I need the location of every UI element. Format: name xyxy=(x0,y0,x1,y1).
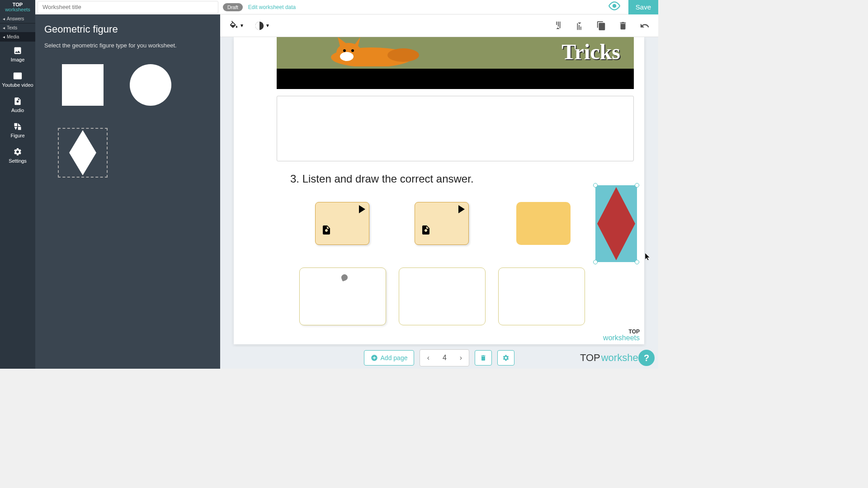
add-page-button[interactable]: Add page xyxy=(364,350,415,366)
color-card[interactable] xyxy=(516,202,571,245)
trash-icon xyxy=(618,21,628,31)
duplicate-button[interactable] xyxy=(594,19,608,33)
app-header: TOP worksheets Draft Edit worksheet data… xyxy=(0,0,658,14)
text-box[interactable] xyxy=(277,96,634,161)
canvas-viewport[interactable]: Tricks 3. Listen and draw the correct an… xyxy=(220,37,658,369)
save-button[interactable]: Save xyxy=(628,0,658,14)
diamond-shape xyxy=(597,187,635,260)
audio-icon xyxy=(13,97,22,106)
answer-box-3[interactable] xyxy=(498,267,585,325)
youtube-icon xyxy=(13,71,22,80)
svg-point-4 xyxy=(340,52,354,61)
prev-page-button[interactable]: ‹ xyxy=(420,350,436,366)
page-number: 4 xyxy=(436,354,453,362)
shape-options xyxy=(44,60,211,178)
sidebar-tool-figure[interactable]: Figure xyxy=(0,117,35,143)
logo-bottom: worksheets xyxy=(5,7,30,12)
draft-badge: Draft xyxy=(223,3,243,11)
trash-icon xyxy=(480,354,487,361)
play-icon xyxy=(359,205,365,213)
sidebar-item-answers[interactable]: ◂ Answers xyxy=(0,14,35,23)
edit-worksheet-link[interactable]: Edit worksheet data xyxy=(248,4,296,10)
page-controls: Add page ‹ 4 › TOPworksheets xyxy=(220,347,658,369)
undo-icon xyxy=(640,21,650,31)
page-navigator: ‹ 4 › xyxy=(420,349,469,366)
fox-illustration xyxy=(322,37,421,66)
sidebar-tool-youtube[interactable]: Youtube video xyxy=(0,67,35,92)
panel-description: Select the geometric figure type for you… xyxy=(44,42,211,49)
tool-sidebar: ◂ Answers ◂ Texts ◂ Media Image Youtube … xyxy=(0,14,35,369)
delete-element-button[interactable] xyxy=(616,19,630,33)
bring-forward-button[interactable] xyxy=(551,19,565,33)
gear-icon xyxy=(13,147,22,156)
fill-color-button[interactable]: ▼ xyxy=(227,19,246,33)
page-settings-button[interactable] xyxy=(497,350,514,366)
plus-circle-icon xyxy=(371,354,378,361)
resize-handle-tr[interactable] xyxy=(635,183,639,188)
shape-option-circle[interactable] xyxy=(126,60,175,110)
image-icon xyxy=(13,46,22,55)
send-backward-button[interactable] xyxy=(573,19,586,33)
question-text[interactable]: 3. Listen and draw the correct answer. xyxy=(290,173,474,185)
sidebar-item-media[interactable]: ◂ Media xyxy=(0,33,35,42)
shape-option-square[interactable] xyxy=(58,60,108,110)
preview-icon[interactable] xyxy=(609,0,620,14)
answer-box-2[interactable] xyxy=(399,267,486,325)
banner-title: Tricks xyxy=(561,39,620,64)
sidebar-tool-audio[interactable]: Audio xyxy=(0,92,35,117)
paint-bucket-icon xyxy=(229,21,239,31)
panel-title: Geometric figure xyxy=(44,23,211,35)
resize-handle-br[interactable] xyxy=(635,260,639,264)
sidebar-tool-settings[interactable]: Settings xyxy=(0,143,35,168)
undo-button[interactable] xyxy=(638,19,651,33)
svg-point-6 xyxy=(351,49,354,52)
logo-top: TOP xyxy=(13,2,23,7)
opacity-button[interactable]: ▼ xyxy=(253,19,272,33)
audio-card-2[interactable] xyxy=(415,202,469,245)
resize-handle-bl[interactable] xyxy=(593,260,598,264)
worksheet-title-input[interactable] xyxy=(38,1,218,14)
selected-diamond-figure[interactable] xyxy=(595,185,637,262)
layer-down-icon xyxy=(575,21,585,31)
banner-image[interactable]: Tricks xyxy=(277,37,634,89)
svg-point-5 xyxy=(343,49,346,52)
mouse-cursor xyxy=(645,253,651,260)
layer-up-icon xyxy=(553,21,563,31)
sidebar-item-texts[interactable]: ◂ Texts xyxy=(0,23,35,33)
shape-option-diamond[interactable] xyxy=(58,128,108,178)
contrast-icon xyxy=(255,21,264,31)
play-icon xyxy=(458,205,465,213)
audio-file-icon xyxy=(321,224,332,236)
properties-panel: Geometric figure Select the geometric fi… xyxy=(35,14,220,369)
worksheet-page[interactable]: Tricks 3. Listen and draw the correct an… xyxy=(234,37,644,344)
figure-icon xyxy=(13,122,22,131)
audio-file-icon xyxy=(420,224,431,236)
gear-icon xyxy=(502,354,509,361)
copy-icon xyxy=(596,21,606,31)
sidebar-tool-image[interactable]: Image xyxy=(0,42,35,67)
help-button[interactable]: ? xyxy=(638,350,655,366)
app-logo[interactable]: TOP worksheets xyxy=(0,0,35,14)
resize-handle-tl[interactable] xyxy=(593,183,598,188)
svg-point-0 xyxy=(613,4,616,7)
canvas-area: ▼ ▼ xyxy=(220,14,658,369)
next-page-button[interactable]: › xyxy=(453,350,469,366)
svg-point-7 xyxy=(387,48,419,62)
canvas-toolbar: ▼ ▼ xyxy=(220,14,658,37)
audio-card-1[interactable] xyxy=(315,202,369,245)
page-watermark: TOP worksheets xyxy=(603,329,640,342)
delete-page-button[interactable] xyxy=(475,350,492,366)
